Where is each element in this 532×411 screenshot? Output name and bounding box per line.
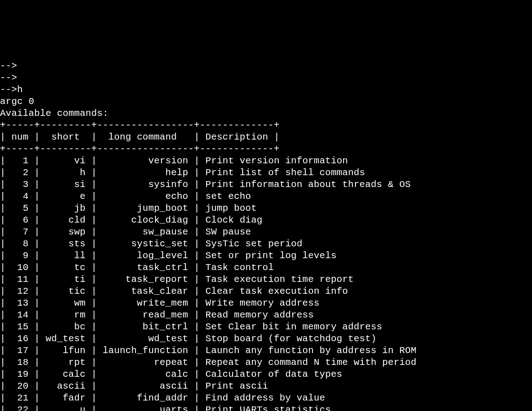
pipe: | (34, 156, 40, 166)
pipe: | (91, 381, 97, 391)
cell-desc: Print information about threads & OS (200, 179, 411, 190)
cell-num: 6 (6, 215, 35, 225)
pipe: | (34, 405, 40, 411)
pipe: | (194, 179, 200, 190)
pipe: | (0, 215, 6, 225)
pipe: | (194, 298, 200, 308)
pipe: | (34, 203, 40, 213)
pipe: | (91, 405, 97, 411)
table-border-mid: +-----+---------+-----------------+-----… (0, 143, 532, 155)
pipe: | (194, 132, 200, 142)
cell-short: h (40, 167, 92, 178)
pipe: | (91, 262, 97, 273)
table-row: | 1 | vi | version | Print version infor… (0, 155, 532, 167)
cell-desc: SW pause (200, 227, 251, 237)
cell-long: task_report (97, 274, 194, 285)
prompt-text: --> (0, 73, 17, 83)
cell-num: 16 (6, 333, 35, 344)
pipe: | (91, 203, 97, 213)
pipe: | (194, 381, 200, 391)
header-long: long command (97, 132, 194, 142)
table-row: | 17 | lfun | launch_function | Launch a… (0, 345, 532, 357)
pipe: | (34, 369, 40, 380)
table-header-row: | num | short | long command | Descripti… (0, 131, 532, 143)
pipe: | (194, 393, 200, 403)
cell-desc: Print version information (200, 156, 348, 166)
cell-num: 21 (6, 393, 35, 403)
cell-long: clock_diag (97, 215, 194, 225)
cell-short: lfun (40, 345, 92, 356)
pipe: | (194, 191, 200, 202)
cell-short: cld (40, 215, 92, 225)
pipe: | (91, 345, 97, 356)
cell-short: vi (40, 156, 92, 166)
cell-desc: Print list of shell commands (200, 167, 365, 178)
table-row: | 11 | ti | task_report | Task execution… (0, 274, 532, 286)
pipe: | (34, 345, 40, 356)
pipe: | (0, 405, 6, 411)
cell-long: task_ctrl (97, 262, 194, 273)
pipe: | (91, 322, 97, 332)
pipe: | (194, 250, 200, 261)
table-row: | 8 | sts | systic_set | SysTic set peri… (0, 238, 532, 250)
pipe: | (0, 357, 6, 368)
cell-long: help (97, 167, 194, 178)
pipe: | (91, 215, 97, 225)
pipe: | (194, 357, 200, 368)
pipe: | (34, 227, 40, 237)
cell-short: e (40, 191, 92, 202)
cell-long: launch_function (97, 345, 194, 356)
cell-desc: Read memory address (200, 310, 314, 320)
pipe: | (0, 167, 6, 178)
cell-short: rm (40, 310, 92, 320)
pipe: | (91, 333, 97, 344)
pipe: | (194, 369, 200, 380)
cell-long: task_clear (97, 286, 194, 297)
table-row: | 22 | u | uarts | Print UARTs statistic… (0, 404, 532, 411)
cell-desc: jump boot (200, 203, 257, 213)
cell-short: swp (40, 227, 92, 237)
pipe: | (34, 179, 40, 190)
pipe: | (91, 369, 97, 380)
cell-desc: Print UARTs statistics (200, 405, 331, 411)
pipe: | (0, 286, 6, 297)
cell-long: wd_test (97, 333, 194, 344)
cell-short: wm (40, 298, 92, 308)
cell-desc: Write memory address (200, 298, 320, 308)
prompt-text: --> (0, 61, 17, 71)
cell-short: si (40, 179, 92, 190)
table-row: | 5 | jb | jump_boot | jump boot (0, 203, 532, 214)
cell-desc: SysTic set period (200, 239, 303, 249)
cell-short: ti (40, 274, 92, 285)
pipe: | (0, 262, 6, 273)
pipe: | (91, 132, 97, 142)
table-row: | 13 | wm | write_mem | Write memory add… (0, 297, 532, 309)
cell-desc: Find address by value (200, 393, 325, 403)
cell-short: sts (40, 239, 92, 249)
pipe: | (34, 298, 40, 308)
pipe: | (194, 286, 200, 297)
pipe: | (0, 310, 6, 320)
pipe: | (194, 203, 200, 213)
pipe: | (194, 239, 200, 249)
cell-short: u (40, 405, 92, 411)
cell-long: systic_set (97, 239, 194, 249)
terminal-output[interactable]: -->-->-->hargc 0Available commands:+----… (0, 59, 532, 411)
pipe: | (34, 310, 40, 320)
border-text: +-----+---------+-----------------+-----… (0, 144, 280, 154)
pipe: | (34, 286, 40, 297)
cell-long: echo (97, 191, 194, 202)
cell-num: 10 (6, 262, 35, 273)
cell-desc: set echo (200, 191, 251, 202)
cell-long: ascii (97, 381, 194, 391)
pipe: | (91, 274, 97, 285)
pipe: | (91, 250, 97, 261)
cell-long: log_level (97, 250, 194, 261)
cell-num: 4 (6, 191, 35, 202)
pipe: | (0, 393, 6, 403)
pipe: | (91, 167, 97, 178)
pipe: | (0, 179, 6, 190)
border-text: +-----+---------+-----------------+-----… (0, 120, 280, 130)
prompt-line: --> (0, 60, 532, 72)
table-border-top: +-----+---------+-----------------+-----… (0, 120, 532, 131)
